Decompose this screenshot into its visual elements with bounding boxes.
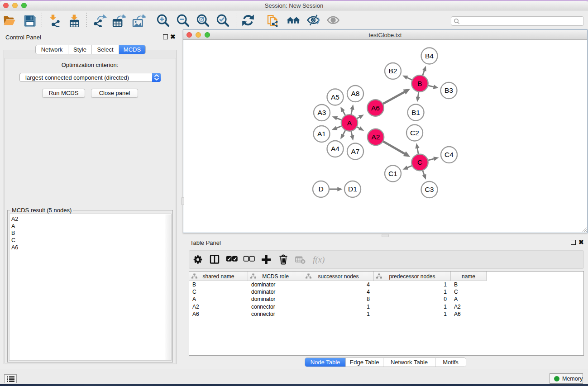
tab-mcds[interactable]: MCDS: [119, 45, 145, 54]
svg-text:A: A: [347, 119, 352, 127]
split-columns-button[interactable]: [208, 253, 221, 266]
export-network-button[interactable]: [92, 14, 107, 27]
gear-button[interactable]: [191, 253, 205, 266]
add-row-button[interactable]: [259, 253, 273, 266]
task-history-button[interactable]: [4, 374, 17, 383]
home-views-button[interactable]: [286, 14, 301, 27]
cell-predecessor-nodes: 1: [374, 289, 451, 296]
search-input[interactable]: [451, 16, 584, 26]
table-row[interactable]: Bdominator41B: [189, 281, 583, 289]
export-image-button[interactable]: [131, 14, 146, 27]
cell-MCDS-role: dominator: [248, 296, 303, 303]
save-button[interactable]: [23, 14, 37, 27]
table-row[interactable]: Cdominator41C: [189, 289, 583, 296]
table-row[interactable]: A2connector11A2: [189, 304, 583, 311]
mcds-result-group: MCDS result (5 nodes) A2 A B C A6: [7, 210, 173, 362]
zoom-out-icon: [176, 14, 190, 27]
select-all-button[interactable]: [225, 253, 239, 266]
graph-node-B2[interactable]: B2: [385, 63, 401, 79]
column-header-label: predecessor nodes: [374, 273, 450, 280]
graph-node-A1[interactable]: A1: [314, 126, 330, 142]
zoom-in-button[interactable]: [156, 14, 170, 27]
optimization-criterion-select[interactable]: largest connected component (directed): [19, 73, 161, 82]
graph-node-B1[interactable]: B1: [408, 105, 424, 121]
refresh-icon: [241, 14, 255, 27]
memory-label: Memory: [562, 376, 583, 382]
column-header-predecessor-nodes[interactable]: predecessor nodes: [374, 272, 451, 281]
hide-graphics-button[interactable]: [306, 14, 320, 27]
svg-text:D1: D1: [348, 185, 357, 193]
run-mcds-button[interactable]: Run MCDS: [42, 89, 85, 98]
resize-grip-icon[interactable]: [581, 226, 587, 232]
function-builder-button[interactable]: f(x): [311, 253, 325, 266]
graph-node-A6[interactable]: A6: [367, 100, 383, 116]
close-panel-icon[interactable]: ✖: [170, 34, 176, 39]
column-header-successor-nodes[interactable]: successor nodes: [303, 272, 374, 281]
refresh-button[interactable]: [241, 14, 255, 27]
graph-node-C3[interactable]: C3: [421, 181, 438, 198]
svg-text:A7: A7: [351, 148, 360, 155]
zoom-fit-button[interactable]: [196, 14, 210, 27]
graph-node-A7[interactable]: A7: [347, 143, 363, 160]
home-views-icon: [286, 14, 301, 27]
import-table-button[interactable]: [67, 14, 82, 27]
float-panel-icon[interactable]: [163, 34, 168, 39]
tab-network[interactable]: Network: [36, 45, 68, 54]
zoom-selected-button[interactable]: [215, 14, 230, 27]
graph-node-B3[interactable]: B3: [441, 82, 457, 99]
table-row[interactable]: A6connector11A6: [189, 311, 583, 318]
graph-node-A4[interactable]: A4: [327, 141, 344, 157]
column-header-label: shared name: [189, 273, 248, 280]
svg-text:A8: A8: [351, 90, 360, 97]
graph-node-A5[interactable]: A5: [327, 89, 344, 105]
toolbar-separator: [151, 13, 151, 28]
show-graphics-button[interactable]: [326, 14, 340, 27]
memory-button[interactable]: Memory: [550, 373, 583, 384]
graph-node-C2[interactable]: C2: [406, 125, 423, 141]
export-table-button[interactable]: [111, 14, 126, 27]
column-header-label: name: [451, 273, 486, 280]
cell-successor-nodes: 1: [303, 304, 374, 311]
network-graph-canvas[interactable]: A A6 A2 B C A5 A8 A3 A1 A4 A7 B4 B2: [183, 40, 587, 233]
tab-network-table[interactable]: Network Table: [383, 358, 435, 367]
cell-name: B: [451, 281, 487, 289]
close-panel-icon[interactable]: ✖: [578, 240, 584, 245]
delete-row-icon: [277, 253, 290, 266]
mcds-result-list[interactable]: A2 A B C A6: [9, 214, 172, 361]
graph-node-A3[interactable]: A3: [314, 105, 330, 121]
graph-node-A[interactable]: A: [341, 114, 358, 131]
tab-select[interactable]: Select: [92, 45, 119, 54]
import-network-button[interactable]: [48, 14, 62, 27]
graph-node-B4[interactable]: B4: [421, 48, 438, 64]
deselect-all-icon: [242, 253, 256, 266]
node-table[interactable]: shared name MCDS role successor nodes pr…: [189, 271, 584, 356]
graph-node-A2[interactable]: A2: [368, 129, 384, 145]
column-header-name[interactable]: name: [451, 272, 487, 281]
graph-node-D1[interactable]: D1: [344, 181, 361, 197]
open-folder-button[interactable]: [2, 14, 17, 27]
close-panel-button[interactable]: Close panel: [91, 89, 138, 98]
deselect-all-button[interactable]: [242, 253, 256, 266]
table-row[interactable]: Adominator80A: [189, 296, 583, 303]
result-scrollbar[interactable]: [165, 214, 171, 360]
delete-row-button[interactable]: [277, 253, 290, 266]
graph-node-A8[interactable]: A8: [347, 86, 363, 102]
cell-shared-name: C: [189, 289, 248, 296]
tab-edge-table[interactable]: Edge Table: [346, 358, 383, 367]
svg-text:A4: A4: [331, 145, 339, 152]
graph-node-C1[interactable]: C1: [385, 166, 401, 182]
graph-node-B[interactable]: B: [411, 75, 428, 91]
clone-network-button[interactable]: [266, 14, 281, 27]
zoom-out-button[interactable]: [176, 14, 190, 27]
tab-motifs[interactable]: Motifs: [435, 358, 466, 367]
float-panel-icon[interactable]: [571, 240, 576, 245]
tab-style[interactable]: Style: [68, 45, 92, 54]
vertical-splitter-grip[interactable]: [181, 197, 184, 205]
graph-node-D[interactable]: D: [313, 181, 329, 197]
delete-table-button[interactable]: [293, 253, 307, 266]
column-header-MCDS-role[interactable]: MCDS role: [248, 272, 303, 281]
graph-node-C4[interactable]: C4: [441, 147, 457, 163]
graph-node-C[interactable]: C: [411, 154, 428, 171]
tab-node-table[interactable]: Node Table: [305, 358, 346, 367]
column-header-shared-name[interactable]: shared name: [189, 272, 248, 281]
